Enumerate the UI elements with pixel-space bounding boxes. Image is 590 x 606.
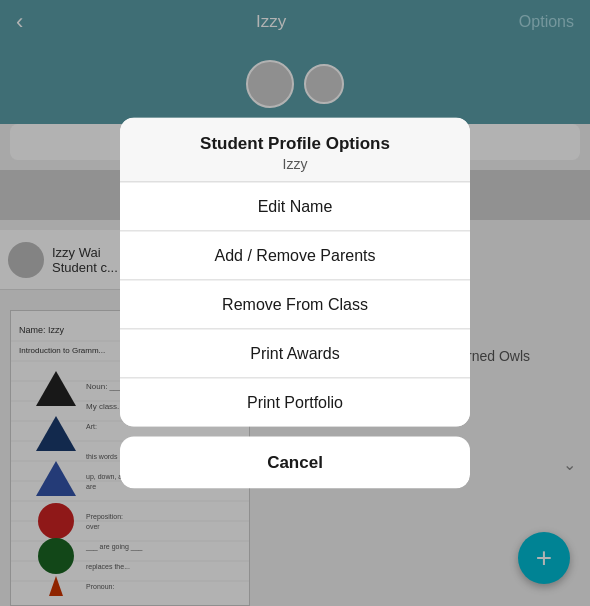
modal-dialog: Student Profile Options Izzy Edit Name A… (120, 118, 470, 489)
edit-name-button[interactable]: Edit Name (120, 183, 470, 232)
modal-title: Student Profile Options (140, 134, 450, 154)
print-awards-button[interactable]: Print Awards (120, 330, 470, 379)
modal-student-name: Izzy (140, 156, 450, 172)
cancel-button[interactable]: Cancel (120, 437, 470, 489)
modal-header: Student Profile Options Izzy (120, 118, 470, 182)
add-remove-parents-button[interactable]: Add / Remove Parents (120, 232, 470, 281)
modal-main-section: Student Profile Options Izzy Edit Name A… (120, 118, 470, 427)
remove-from-class-button[interactable]: Remove From Class (120, 281, 470, 330)
print-portfolio-button[interactable]: Print Portfolio (120, 379, 470, 427)
